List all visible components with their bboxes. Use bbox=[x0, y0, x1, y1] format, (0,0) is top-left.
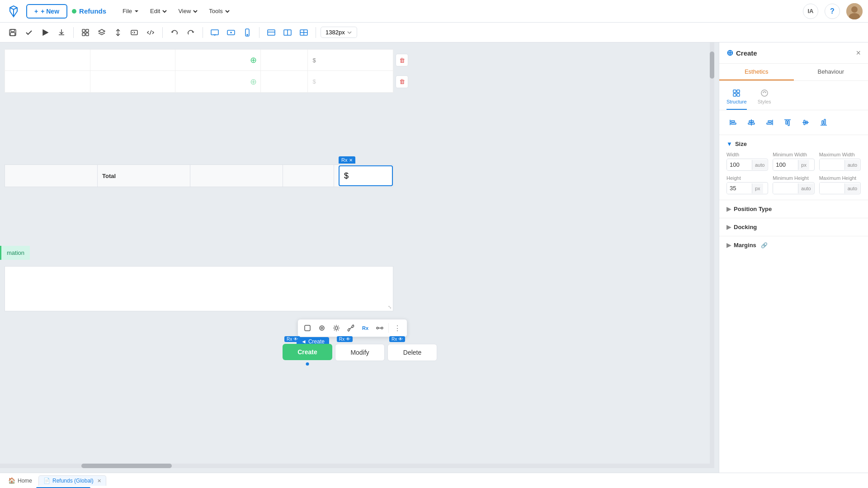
play-btn[interactable] bbox=[38, 25, 52, 40]
align-left-btn[interactable] bbox=[726, 116, 740, 129]
position-type-label: Position Type bbox=[734, 206, 772, 212]
position-type-section[interactable]: ▶ Position Type bbox=[719, 200, 868, 218]
zoom-display[interactable]: 1382px bbox=[321, 27, 357, 38]
tablet-h-btn[interactable] bbox=[224, 25, 238, 40]
app-logo bbox=[5, 3, 22, 19]
components-btn[interactable] bbox=[78, 25, 93, 40]
resize-handle[interactable]: ⤡ bbox=[388, 305, 392, 310]
menu-edit[interactable]: Edit bbox=[146, 5, 172, 17]
export-btn[interactable] bbox=[54, 25, 69, 40]
margins-label: Margins bbox=[734, 242, 756, 249]
float-more-btn[interactable]: ⋮ bbox=[391, 321, 404, 335]
width-field: Width auto bbox=[726, 152, 768, 171]
align-top-btn[interactable] bbox=[781, 116, 794, 129]
scrollbar-thumb-v[interactable] bbox=[710, 52, 714, 79]
toolbar: 1382px bbox=[0, 23, 868, 42]
table-cell bbox=[283, 165, 334, 187]
svg-rect-33 bbox=[737, 94, 740, 96]
undo-btn[interactable] bbox=[167, 25, 182, 40]
right-panel: ⊕ Create × Esthetics Behaviour Structure bbox=[719, 42, 868, 473]
canvas-scrollbar-h[interactable] bbox=[0, 464, 710, 468]
subtab-structure[interactable]: Structure bbox=[726, 86, 747, 110]
save-btn[interactable] bbox=[5, 25, 20, 40]
sep4 bbox=[259, 27, 259, 38]
align-middle-btn[interactable] bbox=[799, 116, 812, 129]
check-btn[interactable] bbox=[22, 25, 36, 40]
delete-icon[interactable]: 🗑 bbox=[396, 54, 408, 66]
modify-button[interactable]: Modify bbox=[335, 344, 385, 361]
tab-home[interactable]: 🏠 Home bbox=[4, 475, 37, 486]
responsive3-btn[interactable] bbox=[297, 25, 311, 40]
user-avatar[interactable] bbox=[846, 3, 863, 19]
selected-input[interactable]: $ bbox=[339, 165, 393, 186]
tab-close-btn[interactable]: ✕ bbox=[97, 478, 101, 484]
float-select-btn[interactable] bbox=[301, 321, 314, 335]
delete-button[interactable]: Delete bbox=[387, 344, 437, 361]
margins-section[interactable]: ▶ Margins 🔗 bbox=[719, 236, 868, 254]
main-textarea[interactable] bbox=[5, 267, 393, 311]
tab-behaviour[interactable]: Behaviour bbox=[794, 64, 868, 80]
min-height-input[interactable] bbox=[773, 183, 798, 194]
sep1 bbox=[73, 27, 74, 38]
ia-button[interactable]: IA bbox=[803, 4, 818, 19]
float-connect-btn[interactable] bbox=[373, 321, 387, 335]
subtab-styles[interactable]: Styles bbox=[758, 86, 771, 110]
svg-point-27 bbox=[335, 327, 338, 329]
align-center-btn[interactable] bbox=[745, 116, 758, 129]
redo-btn[interactable] bbox=[184, 25, 198, 40]
menu-view[interactable]: View bbox=[174, 5, 203, 17]
float-link-btn[interactable] bbox=[344, 321, 358, 335]
rx-close-icon[interactable]: ✕ bbox=[349, 158, 353, 163]
float-settings-btn[interactable] bbox=[330, 321, 343, 335]
float-sep bbox=[388, 323, 389, 333]
docking-label: Docking bbox=[734, 224, 757, 230]
responsive2-btn[interactable] bbox=[280, 25, 295, 40]
table-row: Total Rx ✕ $ bbox=[5, 164, 393, 187]
page-name: Refunds bbox=[72, 7, 106, 15]
tab-esthetics[interactable]: Esthetics bbox=[719, 64, 794, 80]
create-btn-handles bbox=[306, 362, 309, 366]
mobile-btn[interactable] bbox=[240, 25, 255, 40]
align-right-btn[interactable] bbox=[763, 116, 776, 129]
help-button[interactable]: ? bbox=[825, 4, 840, 19]
width-input-wrap: auto bbox=[726, 159, 768, 171]
styles-icon bbox=[760, 89, 769, 97]
refunds-tab-label: Refunds (Global) bbox=[52, 478, 94, 484]
max-height-field: Maximum Height auto bbox=[819, 175, 861, 194]
align-bottom-btn[interactable] bbox=[817, 116, 830, 129]
responsive1-btn[interactable] bbox=[264, 25, 278, 40]
create-button[interactable]: Create bbox=[283, 344, 332, 360]
min-width-input[interactable] bbox=[773, 159, 798, 170]
new-button[interactable]: + + New bbox=[26, 4, 67, 19]
max-height-input[interactable] bbox=[820, 183, 844, 194]
code-block-btn[interactable] bbox=[127, 25, 142, 40]
info-label: mation bbox=[0, 246, 30, 260]
menu-tools[interactable]: Tools bbox=[204, 5, 234, 17]
width-input[interactable] bbox=[727, 159, 752, 170]
create-plus-icon: ⊕ bbox=[726, 48, 733, 58]
data-btn[interactable] bbox=[111, 25, 125, 40]
table-cell bbox=[5, 50, 90, 70]
max-width-input[interactable] bbox=[820, 159, 844, 170]
panel-tabs: Esthetics Behaviour bbox=[719, 64, 868, 81]
selected-cell-wrapper: Rx ✕ $ bbox=[339, 165, 393, 186]
svg-rect-8 bbox=[86, 29, 89, 32]
menu-file[interactable]: File bbox=[118, 5, 144, 17]
desktop-btn[interactable] bbox=[208, 25, 222, 40]
scrollbar-thumb-h[interactable] bbox=[81, 464, 172, 468]
size-section-title[interactable]: ▼ Size bbox=[726, 141, 861, 147]
add-icon[interactable]: ⊕ bbox=[250, 55, 257, 65]
float-rx-btn[interactable]: Rx bbox=[359, 321, 372, 335]
docking-section[interactable]: ▶ Docking bbox=[719, 218, 868, 236]
canvas-scrollbar-v[interactable] bbox=[710, 42, 714, 468]
height-field: Height px bbox=[726, 175, 768, 194]
add-icon[interactable]: ⊕ bbox=[250, 77, 257, 87]
float-paint-btn[interactable] bbox=[315, 321, 329, 335]
panel-close-btn[interactable]: × bbox=[856, 48, 861, 58]
tab-refunds-global[interactable]: 📄 Refunds (Global) ✕ bbox=[38, 475, 106, 486]
height-input[interactable] bbox=[727, 183, 752, 194]
source-btn[interactable] bbox=[143, 25, 158, 40]
layers-btn[interactable] bbox=[94, 25, 109, 40]
delete-icon[interactable]: 🗑 bbox=[396, 75, 408, 88]
table-row: ⊕ $ 🗑 bbox=[5, 49, 393, 71]
